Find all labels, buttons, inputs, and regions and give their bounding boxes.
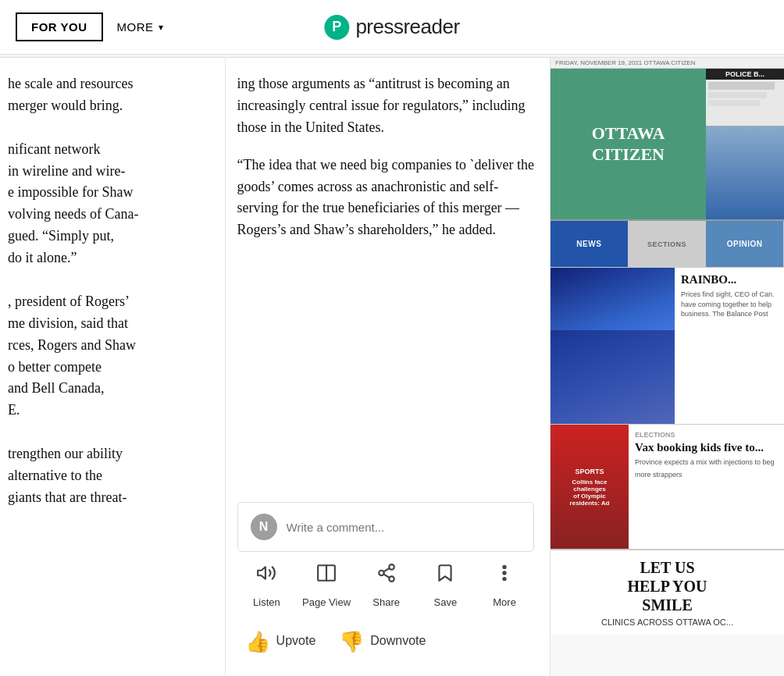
more-icon [494, 563, 515, 591]
listen-label: Listen [253, 595, 280, 610]
comment-input[interactable] [287, 521, 521, 534]
newspaper-side-col: POLICE B... [706, 69, 784, 219]
svg-point-10 [504, 578, 506, 581]
vote-bar: 👍 Upvote 👎 Downvote [237, 623, 534, 660]
logo-text: pressreader [355, 15, 459, 39]
more-label: More [493, 595, 516, 610]
newspaper-sections: NEWS sections OPINION [551, 221, 784, 268]
newspaper-vax-text: ELECTIONS Vax booking kids five to... Pr… [629, 425, 784, 549]
newspaper-vax-subtext: Province expects a mix with injections t… [635, 457, 778, 468]
share-button[interactable]: Share [363, 563, 410, 610]
chevron-down-icon: ▾ [159, 22, 164, 33]
nav-more-button[interactable]: MORE ▾ [117, 20, 164, 34]
downvote-icon: 👎 [339, 626, 364, 657]
newspaper-top: OTTAWACITIZEN POLICE B... [551, 69, 784, 221]
newspaper-ad-headline: LET USHELP YOUSMILE [560, 558, 775, 614]
newspaper-masthead-title: OTTAWACITIZEN [592, 123, 665, 165]
newspaper-ad-sub: CLINICS ACROSS OTTAWA OC... [560, 617, 775, 627]
main-content: he scale and resources merger would brin… [0, 58, 784, 676]
svg-point-8 [504, 567, 506, 569]
svg-point-9 [504, 572, 506, 575]
article-middle-text: ing those arguments as “antitrust is bec… [237, 73, 534, 486]
article-paragraph-1: ing those arguments as “antitrust is bec… [237, 73, 534, 139]
newspaper-side-content [706, 80, 784, 109]
article-col-middle: ing those arguments as “antitrust is bec… [225, 58, 550, 676]
newspaper-bottom-ad: LET USHELP YOUSMILE CLINICS ACROSS OTTAW… [551, 549, 784, 635]
action-bar: Listen Page View [237, 563, 534, 610]
newspaper-section-opinion: OPINION [706, 221, 784, 267]
newspaper-side-top [706, 80, 784, 126]
article-col-left: he scale and resources merger would brin… [0, 58, 225, 676]
newspaper-vax-image-inner: SPORTS Collins facechallengesof Olympicr… [551, 425, 629, 549]
newspaper-side-image [706, 126, 784, 219]
newspaper-rainbow: RAINBO... Prices find sight, CEO of Can.… [551, 268, 784, 424]
right-sidebar: FRIDAY, NOVEMBER 19, 2021 OTTAWA CITIZEN… [550, 58, 784, 676]
svg-line-7 [383, 569, 389, 572]
upvote-label: Upvote [276, 632, 316, 651]
page-view-button[interactable]: Page View [302, 563, 351, 610]
share-icon [376, 563, 397, 591]
listen-button[interactable]: Listen [243, 563, 290, 610]
newspaper-section-sections: sections [629, 221, 707, 267]
newspaper-section-news: NEWS [551, 221, 629, 267]
newspaper-date-row: FRIDAY, NOVEMBER 19, 2021 OTTAWA CITIZEN [551, 58, 784, 69]
listen-icon [256, 563, 276, 591]
logo-icon: P [324, 15, 349, 40]
svg-marker-0 [258, 567, 266, 579]
newspaper-vax-section: ELECTIONS [635, 431, 778, 439]
avatar: N [251, 514, 277, 540]
svg-line-6 [383, 575, 389, 578]
header: FOR YOU MORE ▾ P pressreader [0, 0, 784, 55]
newspaper-rainbow-text: RAINBO... Prices find sight, CEO of Can.… [675, 268, 784, 424]
downvote-button[interactable]: 👎 Downvote [339, 626, 426, 657]
article-area: he scale and resources merger would brin… [0, 58, 550, 676]
more-button[interactable]: More [481, 563, 528, 610]
article-left-text: he scale and resources merger would brin… [8, 73, 209, 509]
newspaper-rainbow-headline: RAINBO... [681, 272, 778, 286]
save-icon [435, 563, 455, 591]
newspaper-vax-sub2: more strappers [635, 470, 778, 480]
newspaper-rainbow-image [551, 268, 675, 424]
nav-for-you-button[interactable]: FOR YOU [16, 12, 103, 41]
share-label: Share [372, 595, 400, 610]
newspaper-vax-area: SPORTS Collins facechallengesof Olympicr… [551, 424, 784, 549]
downvote-label: Downvote [370, 632, 426, 651]
save-label: Save [434, 595, 458, 610]
upvote-button[interactable]: 👍 Upvote [245, 626, 316, 657]
newspaper-masthead: OTTAWACITIZEN [551, 69, 706, 219]
logo: P pressreader [324, 15, 459, 40]
page-view-icon [316, 563, 337, 591]
nav-more-label: MORE [117, 20, 154, 34]
upvote-icon: 👍 [245, 626, 270, 657]
newspaper-rainbow-subtext: Prices find sight, CEO of Can. have comi… [681, 290, 778, 319]
newspaper-vax-headline: Vax booking kids five to... [635, 440, 778, 454]
article-paragraph-2: “The idea that we need big companies to … [237, 155, 534, 242]
comment-box: N [237, 502, 534, 552]
save-button[interactable]: Save [422, 563, 469, 610]
newspaper-vax-image: SPORTS Collins facechallengesof Olympicr… [551, 425, 629, 549]
page-view-label: Page View [302, 595, 351, 610]
newspaper-preview[interactable]: FRIDAY, NOVEMBER 19, 2021 OTTAWA CITIZEN… [551, 58, 784, 676]
newspaper-police-banner: POLICE B... [706, 69, 784, 80]
